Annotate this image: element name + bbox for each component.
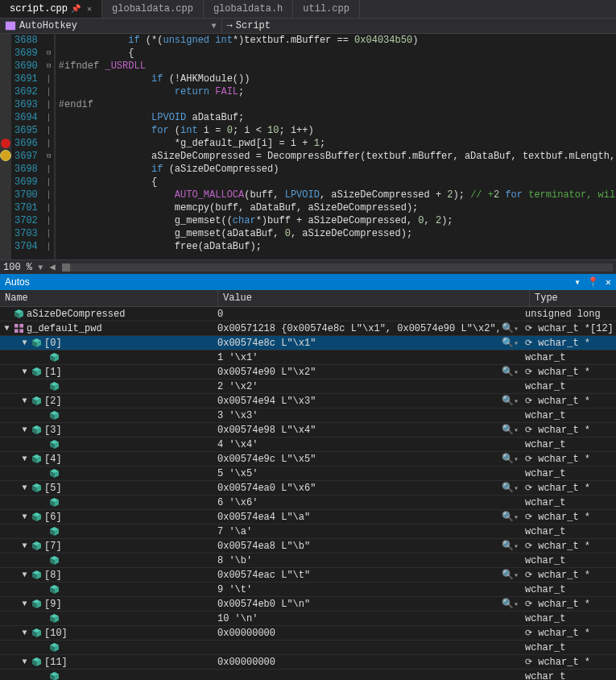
code-line[interactable]: if (*(unsigned int*)textbuf.mBuffer == 0… <box>56 34 616 47</box>
watch-row[interactable]: ▼[7]0x00574ea8 L"\b"🔍▾⟳ wchar_t * <box>0 539 616 554</box>
close-icon[interactable]: ✕ <box>606 276 611 288</box>
code-line[interactable]: g_memset(aDataBuf, 0, aSizeDeCompressed)… <box>56 227 616 240</box>
expand-toggle[interactable] <box>39 440 46 449</box>
var-value[interactable]: 0x00574eac L"\t" <box>217 570 498 581</box>
breakpoint-icon[interactable] <box>1 139 10 148</box>
watch-row[interactable]: ▼[4]0x00574e9c L"\x5"🔍▾⟳ wchar_t * <box>0 452 616 466</box>
code-line[interactable]: return FAIL; <box>56 85 616 98</box>
tab-globaldata-h[interactable]: globaldata.h <box>204 0 293 18</box>
code-line[interactable]: AUTO_MALLOCA(buff, LPVOID, aSizeDeCompre… <box>56 189 616 201</box>
expand-toggle[interactable]: ▼ <box>21 570 28 579</box>
refresh-icon[interactable]: ⟳ <box>525 657 532 667</box>
var-value[interactable]: 0x00000000 <box>217 657 519 668</box>
refresh-icon[interactable]: ⟳ <box>525 599 532 609</box>
zoom-dropdown[interactable]: 100 % ▼ <box>3 262 43 273</box>
expand-toggle[interactable]: ▼ <box>21 425 28 434</box>
scope-dropdown[interactable]: → Script <box>222 19 616 33</box>
scroll-left-button[interactable]: ◀ <box>46 261 59 273</box>
expand-toggle[interactable] <box>39 353 46 362</box>
expand-toggle[interactable] <box>39 614 46 623</box>
fold-toggle[interactable]: ⊟ <box>44 47 54 60</box>
code-line[interactable]: for (int i = 0; i < 10; i++) <box>56 124 616 137</box>
code-line[interactable]: if (!AHKModule()) <box>56 73 616 85</box>
breakpoint-gutter[interactable] <box>0 34 11 259</box>
code-editor[interactable]: 3688368936903691369236933694369536963697… <box>0 34 616 259</box>
fold-toggle[interactable]: ⊟ <box>44 150 54 163</box>
magnifier-icon[interactable]: 🔍▾ <box>502 482 519 494</box>
code-line[interactable]: if (aSizeDeCompressed) <box>56 163 616 176</box>
var-value[interactable]: 4 '\x4' <box>217 439 519 450</box>
magnifier-icon[interactable]: 🔍▾ <box>502 337 519 349</box>
refresh-icon[interactable]: ⟳ <box>525 512 532 522</box>
magnifier-icon[interactable]: 🔍▾ <box>502 424 519 436</box>
refresh-icon[interactable]: ⟳ <box>525 425 532 435</box>
code-line[interactable]: #endif <box>56 98 616 111</box>
var-value[interactable]: 0 <box>217 309 519 320</box>
magnifier-icon[interactable]: 🔍▾ <box>502 453 519 465</box>
magnifier-icon[interactable]: 🔍▾ <box>502 511 519 523</box>
watch-row[interactable]: ▼[5]0x00574ea0 L"\x6"🔍▾⟳ wchar_t * <box>0 481 616 495</box>
horizontal-scrollbar[interactable] <box>62 263 613 272</box>
expand-toggle[interactable] <box>39 527 46 536</box>
expand-toggle[interactable] <box>39 498 46 507</box>
expand-toggle[interactable]: ▼ <box>21 599 28 608</box>
var-value[interactable]: 3 '\x3' <box>217 410 519 421</box>
var-value[interactable]: 0x00574ea0 L"\x6" <box>217 483 498 494</box>
watch-row[interactable]: 8 '\b'wchar_t <box>0 554 616 568</box>
expand-toggle[interactable]: ▼ <box>21 541 28 550</box>
code-line[interactable]: { <box>56 176 616 189</box>
magnifier-icon[interactable]: 🔍▾ <box>502 366 519 378</box>
refresh-icon[interactable]: ⟳ <box>525 367 532 377</box>
var-value[interactable]: 5 '\x5' <box>217 468 519 479</box>
code-line[interactable]: #ifndef _USRDLL <box>56 60 616 73</box>
refresh-icon[interactable]: ⟳ <box>525 338 532 348</box>
refresh-icon[interactable]: ⟳ <box>525 324 532 334</box>
fold-gutter[interactable]: ⊟ ⊟ │││ │││ ⊟ │││ │││ │ <box>44 34 55 259</box>
expand-toggle[interactable]: ▼ <box>21 657 28 666</box>
expand-toggle[interactable]: ▼ <box>21 338 28 347</box>
column-header-value[interactable]: Value <box>218 290 530 306</box>
expand-toggle[interactable]: ▼ <box>21 367 28 376</box>
code-line[interactable]: free(aDataBuf); <box>56 240 616 253</box>
expand-toggle[interactable]: ▼ <box>21 512 28 521</box>
code-line[interactable]: g_memset((char*)buff + aSizeDeCompressed… <box>56 214 616 227</box>
expand-toggle[interactable] <box>39 382 46 391</box>
watch-row[interactable]: ▼[2]0x00574e94 L"\x3"🔍▾⟳ wchar_t * <box>0 394 616 408</box>
expand-toggle[interactable] <box>39 469 46 478</box>
watch-row[interactable]: ▼g_default_pwd0x00571218 {0x00574e8c L"\… <box>0 321 616 336</box>
expand-toggle[interactable]: ▼ <box>21 454 28 463</box>
var-value[interactable]: 0x00574e8c L"\x1" <box>217 338 498 349</box>
watch-row[interactable]: ▼[11]0x00000000 ⟳ wchar_t * <box>0 655 616 670</box>
var-value[interactable]: 0x00571218 {0x00574e8c L"\x1", 0x00574e9… <box>217 323 498 334</box>
tab-globaldata-cpp[interactable]: globaldata.cpp <box>102 0 204 18</box>
expand-toggle[interactable] <box>39 556 46 565</box>
watch-row[interactable]: aSizeDeCompressed0unsigned long <box>0 307 616 321</box>
window-position-icon[interactable]: ▾ <box>575 276 581 288</box>
tab-util-cpp[interactable]: util.cpp <box>293 0 360 18</box>
watch-row[interactable]: 4 '\x4'wchar_t <box>0 437 616 452</box>
expand-toggle[interactable]: ▼ <box>21 396 28 405</box>
refresh-icon[interactable]: ⟳ <box>525 396 532 406</box>
watch-row[interactable]: 5 '\x5'wchar_t <box>0 466 616 481</box>
expand-toggle[interactable] <box>39 643 46 652</box>
refresh-icon[interactable]: ⟳ <box>525 628 532 638</box>
var-value[interactable]: 2 '\x2' <box>217 381 519 392</box>
watch-row[interactable]: 2 '\x2'wchar_t <box>0 379 616 394</box>
expand-toggle[interactable]: ▼ <box>21 628 28 637</box>
close-icon[interactable]: ✕ <box>87 4 92 14</box>
expand-toggle[interactable] <box>39 672 46 680</box>
watch-row[interactable]: wchar_t <box>0 641 616 655</box>
refresh-icon[interactable]: ⟳ <box>525 483 532 493</box>
watch-row[interactable]: ▼[9]0x00574eb0 L"\n"🔍▾⟳ wchar_t * <box>0 597 616 612</box>
autos-panel-header[interactable]: Autos ▾ 📍 ✕ <box>0 274 616 290</box>
watch-row[interactable]: ▼[8]0x00574eac L"\t"🔍▾⟳ wchar_t * <box>0 568 616 583</box>
var-value[interactable]: 0x00574e98 L"\x4" <box>217 425 498 436</box>
project-dropdown[interactable]: AutoHotkey ▼ <box>0 19 222 33</box>
expand-toggle[interactable] <box>39 411 46 420</box>
var-value[interactable]: 0x00574eb0 L"\n" <box>217 599 498 610</box>
column-header-name[interactable]: Name <box>0 290 218 306</box>
watch-row[interactable]: 7 '\a'wchar_t <box>0 525 616 539</box>
code-line[interactable]: aSizeDeCompressed = DecompressBuffer(tex… <box>56 150 616 163</box>
watch-row[interactable]: 10 '\n'wchar_t <box>0 612 616 626</box>
watch-row[interactable]: ▼[0]0x00574e8c L"\x1"🔍▾⟳ wchar_t * <box>0 336 616 350</box>
